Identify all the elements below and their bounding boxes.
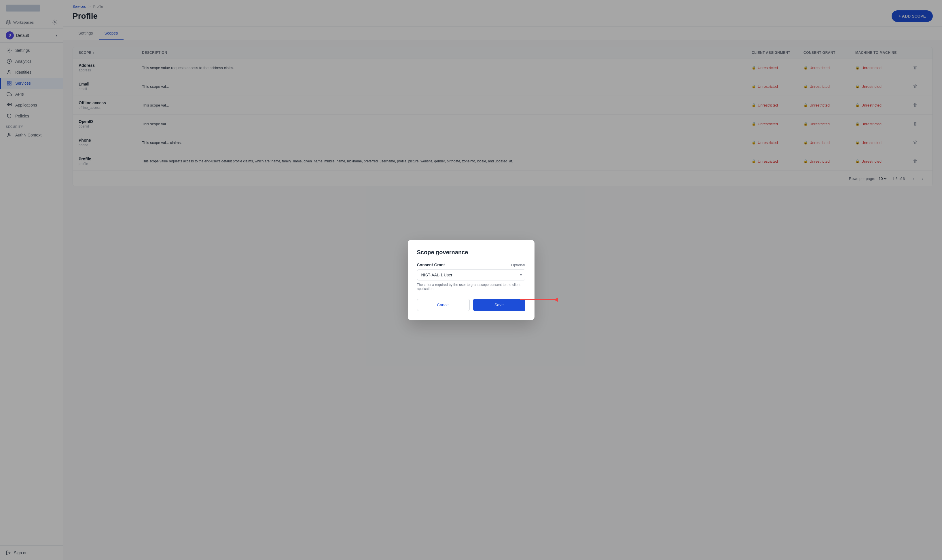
form-label-row: Consent Grant Optional xyxy=(417,263,525,267)
arrow-annotation xyxy=(520,297,558,302)
consent-grant-label: Consent Grant xyxy=(417,263,445,267)
cancel-button[interactable]: Cancel xyxy=(417,299,470,311)
arrow-head xyxy=(554,297,558,302)
consent-grant-form-group: Consent Grant Optional NIST-AAL-1 User N… xyxy=(417,263,525,291)
optional-label: Optional xyxy=(511,263,525,267)
consent-grant-select[interactable]: NIST-AAL-1 User NIST-AAL-2 User NIST-AAL… xyxy=(417,269,525,280)
modal-title: Scope governance xyxy=(417,249,525,256)
scope-governance-modal: Scope governance Consent Grant Optional … xyxy=(408,240,534,320)
modal-actions: Cancel Save xyxy=(417,299,525,311)
form-hint: The criteria required by the user to gra… xyxy=(417,283,525,291)
save-button[interactable]: Save xyxy=(473,299,525,311)
modal-overlay[interactable]: Scope governance Consent Grant Optional … xyxy=(0,0,942,560)
select-wrapper: NIST-AAL-1 User NIST-AAL-2 User NIST-AAL… xyxy=(417,269,525,280)
arrow-line xyxy=(520,299,555,300)
